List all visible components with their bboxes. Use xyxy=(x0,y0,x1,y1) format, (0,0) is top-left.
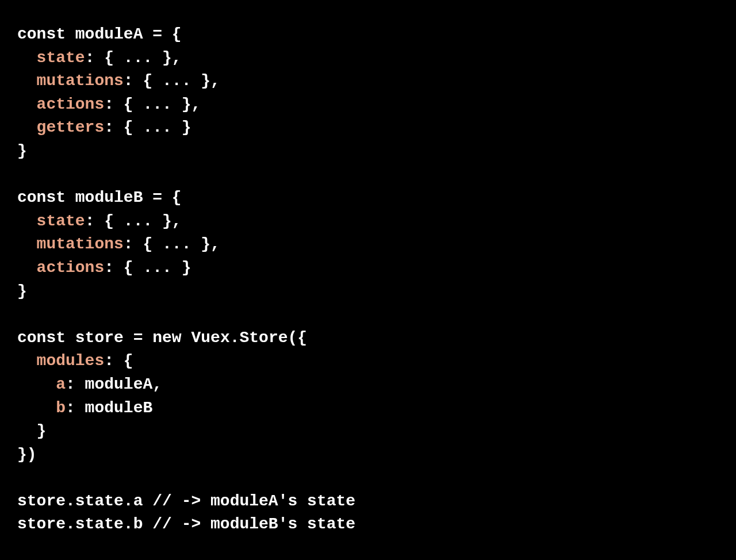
code-line-1: const moduleA = { xyxy=(17,23,719,47)
code-line-7 xyxy=(17,163,719,187)
code-text: } xyxy=(17,142,27,160)
code-line-3: mutations: { ... }, xyxy=(17,70,719,93)
code-text: moduleA = { xyxy=(66,25,182,43)
property-actions: actions xyxy=(17,95,104,113)
code-text: } xyxy=(17,282,27,300)
code-text: store.state.b // -> moduleB's state xyxy=(17,515,355,533)
keyword-const: const xyxy=(17,329,66,347)
code-line-21: store.state.a // -> moduleA's state xyxy=(17,490,719,513)
code-text: Vuex.Store({ xyxy=(182,329,307,347)
code-text: : { ... } xyxy=(104,118,191,136)
property-mutations: mutations xyxy=(17,235,124,253)
keyword-const: const xyxy=(17,189,66,206)
code-line-14: const store = new Vuex.Store({ xyxy=(17,327,719,350)
code-line-13 xyxy=(17,303,719,327)
code-line-12: } xyxy=(17,280,719,304)
code-text: : { xyxy=(104,352,133,370)
code-text: }) xyxy=(17,446,37,463)
code-line-4: actions: { ... }, xyxy=(17,93,719,117)
property-getters: getters xyxy=(17,118,104,136)
code-text: : { ... }, xyxy=(85,212,182,230)
property-modules: modules xyxy=(17,352,104,370)
code-text: } xyxy=(17,422,46,440)
property-a: a xyxy=(17,375,66,393)
property-b: b xyxy=(17,399,66,417)
code-text: moduleB = { xyxy=(66,189,182,206)
code-line-20 xyxy=(17,466,719,490)
code-text: : { ... }, xyxy=(85,49,182,67)
code-line-6: } xyxy=(17,140,719,163)
code-line-10: mutations: { ... }, xyxy=(17,233,719,256)
code-line-17: b: moduleB xyxy=(17,397,719,420)
keyword-new: new xyxy=(152,329,181,347)
code-text: : { ... }, xyxy=(124,235,220,253)
code-line-5: getters: { ... } xyxy=(17,116,719,140)
code-text: : { ... }, xyxy=(124,72,220,90)
property-actions: actions xyxy=(17,259,104,277)
code-text: store = xyxy=(66,329,152,347)
code-text: : { ... }, xyxy=(104,95,201,113)
property-mutations: mutations xyxy=(17,72,124,90)
code-line-18: } xyxy=(17,420,719,443)
property-state: state xyxy=(17,212,85,230)
code-line-15: modules: { xyxy=(17,350,719,373)
code-text: : moduleA, xyxy=(66,375,162,393)
code-text: : moduleB xyxy=(66,399,152,417)
code-line-16: a: moduleA, xyxy=(17,373,719,397)
property-state: state xyxy=(17,49,85,67)
code-block: const moduleA = { state: { ... }, mutati… xyxy=(17,23,719,536)
code-text: : { ... } xyxy=(104,259,191,277)
code-line-11: actions: { ... } xyxy=(17,256,719,280)
keyword-const: const xyxy=(17,25,66,43)
code-line-8: const moduleB = { xyxy=(17,186,719,210)
code-text: store.state.a // -> moduleA's state xyxy=(17,492,355,510)
code-line-19: }) xyxy=(17,443,719,467)
code-line-2: state: { ... }, xyxy=(17,47,719,70)
code-line-9: state: { ... }, xyxy=(17,210,719,233)
code-line-22: store.state.b // -> moduleB's state xyxy=(17,513,719,536)
